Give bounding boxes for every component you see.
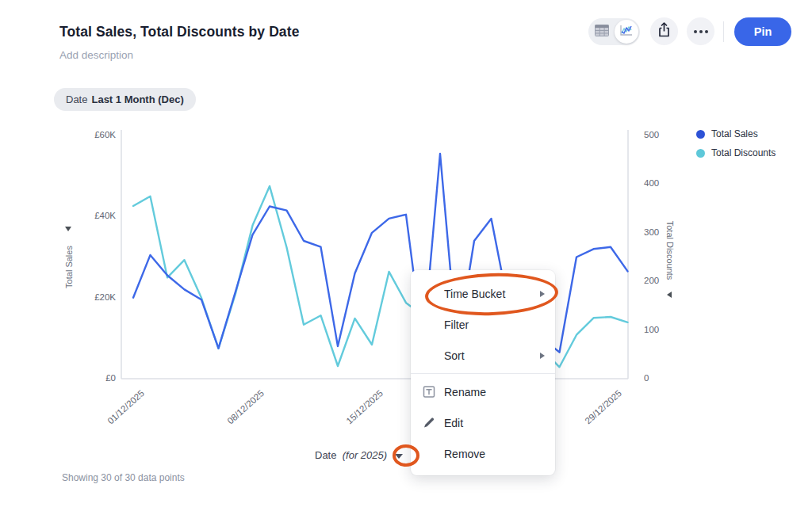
menu-item-remove[interactable]: Remove	[411, 438, 555, 469]
dashboard-tile: Total Sales, Total Discounts by Date Add…	[0, 0, 812, 511]
menu-item-label: Rename	[444, 386, 486, 399]
legend-dot-icon	[696, 149, 705, 158]
line-chart	[0, 0, 812, 511]
menu-item-time-bucket[interactable]: Time Bucket	[411, 278, 555, 309]
menu-item-label: Edit	[444, 417, 463, 429]
submenu-arrow-icon	[540, 291, 545, 297]
menu-item-edit[interactable]: Edit	[411, 407, 555, 438]
menu-item-rename[interactable]: Rename	[411, 376, 555, 407]
field-context-menu: Time BucketFilterSortRenameEditRemove	[411, 270, 555, 475]
legend-label: Total Discounts	[711, 147, 776, 158]
menu-item-label: Sort	[444, 349, 465, 362]
menu-item-filter[interactable]: Filter	[411, 309, 555, 340]
x-axis-field-name: Date	[315, 449, 336, 461]
menu-item-label: Filter	[444, 318, 469, 331]
legend-item[interactable]: Total Discounts	[696, 147, 776, 158]
text-frame-icon	[422, 385, 435, 399]
menu-divider	[411, 373, 555, 374]
legend-dot-icon	[696, 130, 705, 139]
menu-item-label: Time Bucket	[444, 288, 505, 300]
pencil-icon	[422, 416, 435, 429]
legend-label: Total Sales	[711, 128, 758, 139]
chart-legend: Total SalesTotal Discounts	[696, 128, 776, 166]
x-axis-field-label[interactable]: Date (for 2025)	[315, 449, 403, 461]
legend-item[interactable]: Total Sales	[696, 128, 776, 139]
x-axis-field-suffix: (for 2025)	[343, 449, 387, 461]
menu-item-sort[interactable]: Sort	[411, 340, 555, 371]
submenu-arrow-icon	[540, 353, 545, 359]
menu-item-label: Remove	[444, 448, 485, 460]
x-axis-menu-caret-icon[interactable]	[395, 454, 403, 459]
